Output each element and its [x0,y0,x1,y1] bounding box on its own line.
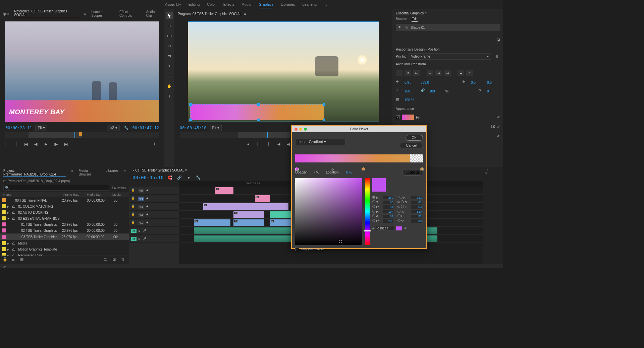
s-input[interactable] [383,201,393,204]
list-view-icon[interactable]: ☰ [11,257,17,263]
ws-editing[interactable]: Editing [189,1,200,8]
project-item[interactable]: ▸🗀02 AUTO-DUCKING [0,209,129,215]
prog-timecode-left[interactable]: 00:00:45:10 [180,126,206,130]
col-framerate[interactable]: Frame Rate [63,193,87,196]
mic-icon[interactable]: 🎤 [143,229,146,232]
project-search[interactable] [3,185,109,191]
ws-assembly[interactable]: Assembly [165,1,181,8]
eye-icon[interactable]: 👁 [398,25,402,30]
project-item[interactable]: ⫶00 TSB Trailer FINAL23.976 fps00:00:00:… [0,197,129,203]
gradient-type-select[interactable]: Linear Gradient ▾ [295,139,345,145]
pen-tool-icon[interactable]: ✒ [166,62,173,70]
icon-view-icon[interactable]: ▦ [20,257,25,263]
location-value[interactable]: 0 % [346,170,352,174]
eg-tab-edit[interactable]: Edit [412,17,417,22]
opacity-stop[interactable] [295,150,299,154]
rectangle-tool-icon[interactable]: ▭ [166,72,173,80]
l-radio[interactable] [401,205,404,208]
opacity-stop[interactable] [420,150,423,154]
project-tab[interactable]: Project: PremierePro_NAB2018_Drop_02.4 [3,169,66,177]
zoom-icon[interactable] [304,128,307,131]
color-stop-midpoint[interactable]: ◇ [331,164,334,167]
sync-icon[interactable]: ⟳ [3,265,6,268]
anchor-x[interactable]: 0.0 , [471,81,484,84]
track-v4[interactable]: V4 [138,197,144,201]
r-radio[interactable] [372,210,375,213]
opacity[interactable]: 100 % [405,98,417,102]
audio-clip-tab[interactable]: Audio Clip [146,10,161,17]
fill-checkbox[interactable] [396,115,400,119]
col-media[interactable]: Media [112,193,126,196]
media-browser-tab[interactable]: Media Browser [79,169,100,177]
eyedropper-icon[interactable]: ✐ [497,134,500,138]
linked-sel-icon[interactable]: 🔗 [176,175,182,181]
effect-controls-tab[interactable]: Effect Controls [119,10,141,17]
ws-libraries[interactable]: Libraries [281,1,295,8]
step-fwd-icon[interactable]: |▶ [53,141,59,147]
add-marker-icon[interactable]: ● [245,141,251,147]
markers-icon[interactable]: ● [186,175,192,181]
r-input[interactable] [383,210,393,213]
pos-y[interactable]: 833.0 [421,81,433,84]
settings-icon[interactable]: 🔧 [195,175,201,181]
new-bin-icon[interactable]: 🗀 [104,257,109,263]
mark-in-icon[interactable]: ⎡ [255,141,261,147]
mark-in-icon[interactable]: ⎡ [3,141,9,147]
s2-input[interactable] [411,201,422,204]
ref-scrubber[interactable] [5,132,159,138]
h2-input[interactable] [411,196,422,199]
pos-x[interactable]: 0.9 , [405,81,417,84]
menu-icon[interactable]: ≡ [244,12,246,16]
align-middle-icon[interactable]: ⫤ [435,70,442,76]
project-item[interactable]: ⫶01 TSB Trailer Graphics23.976 fps00:00:… [0,221,129,227]
ws-graphics[interactable]: Graphics [259,1,273,8]
ws-effects[interactable]: Effects [223,1,234,8]
pin-to-select[interactable]: Video Frame ▾ [409,53,491,60]
step-back-icon[interactable]: ◀| [33,141,39,147]
lock-icon[interactable]: 🔒 [131,212,136,217]
workspace-overflow-icon[interactable]: » [325,3,327,7]
ws-audio[interactable]: Audio [242,1,251,8]
mark-out-icon[interactable]: ⎤ [265,141,271,147]
reference-monitor[interactable]: MONTEREY BAY [5,21,159,122]
color-stop[interactable] [420,164,424,167]
h-input[interactable] [383,196,393,199]
u-radio[interactable] [397,214,400,217]
hue-slider[interactable] [365,178,370,245]
project-item[interactable]: ▸🗀Media [0,240,129,246]
track-v2[interactable]: V2 [138,213,144,217]
prog-zoom-select[interactable]: Fit ▾ [210,125,221,131]
menu-icon[interactable]: ≡ [425,11,427,15]
fill-swatch[interactable] [402,115,414,120]
write-lock-icon[interactable]: 🔓 [3,257,8,263]
libraries-tab[interactable]: Libraries [106,169,118,177]
only-web-colors-checkbox[interactable] [295,247,299,251]
col-mediastart[interactable]: Media Start [87,193,112,196]
h-radio[interactable] [372,196,375,199]
cancel-button[interactable]: Cancel [400,143,423,148]
toggle-icon[interactable]: 👁 [146,221,149,224]
toggle-icon[interactable]: 👁 [146,197,149,200]
eyedropper-icon[interactable]: ✐ [497,125,500,129]
delete-icon[interactable]: 🗑 [121,257,126,263]
close-icon[interactable] [294,128,298,131]
anchor-y[interactable]: 0.0 [487,81,500,84]
go-out-icon[interactable]: ▶| [63,141,69,147]
h2-radio[interactable] [399,196,402,199]
lock-icon[interactable]: 🔒 [131,220,136,225]
y-input[interactable] [411,210,422,213]
bb-input[interactable] [383,219,393,223]
align-left-icon[interactable]: ⫠ [396,70,402,76]
freeform-view-icon[interactable]: ▫ [29,257,34,263]
scale-w[interactable]: 100 [405,89,417,93]
s-radio[interactable] [372,200,375,203]
dialog-titlebar[interactable]: Color Picker [292,126,426,132]
new-item-icon[interactable]: ◪ [112,257,118,263]
track-v3[interactable]: V3 [138,205,144,209]
align-right-icon[interactable]: ⫢ [413,70,420,76]
g-input[interactable] [383,215,393,218]
ws-color[interactable]: Color [207,1,216,8]
scale-h[interactable]: 100 [429,89,442,93]
y-radio[interactable] [397,210,400,213]
toggle-icon[interactable]: 👁 [146,205,149,208]
